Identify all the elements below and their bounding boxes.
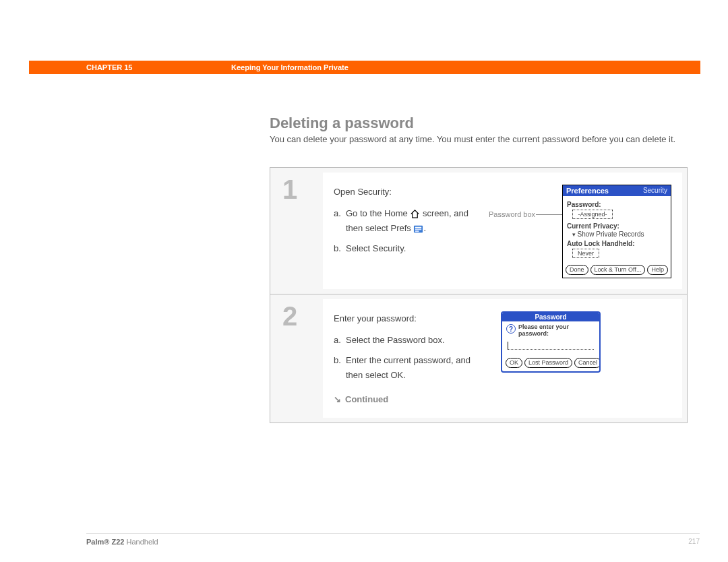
palm-title-right: Security [643,187,667,195]
substep-label: a. [334,333,346,348]
dialog-title: Password [502,313,599,321]
svg-rect-1 [415,227,421,228]
svg-rect-3 [415,231,419,232]
svg-rect-2 [415,229,421,230]
substep-label: b. [334,241,346,256]
substep-text: Go to the Home screen, and then select P… [346,206,482,236]
step-number: 1 [270,168,323,294]
continued-indicator: Continued [334,392,482,407]
lost-password-button[interactable]: Lost Password [524,358,572,368]
step-lead: Open Security: [334,185,482,199]
info-icon: ? [506,324,516,334]
password-label: Password: [567,201,667,208]
privacy-label: Current Privacy: [567,222,667,230]
page-number: 217 [688,538,700,546]
autolock-label: Auto Lock Handheld: [567,240,667,247]
password-box[interactable]: -Assigned- [572,210,613,219]
callout-label: Password box [489,210,535,218]
step-number: 2 [270,294,323,423]
palm-preferences-window: Preferences Security Password: -Assigned… [562,185,671,278]
done-button[interactable]: Done [566,265,588,275]
privacy-dropdown[interactable]: Show Private Records [572,230,667,238]
page-footer: Palm® Z22 Handheld 217 [86,533,700,546]
substep-a: a. Go to the Home screen, and then selec… [334,206,482,236]
section-intro: You can delete your password at any time… [270,133,688,146]
step-lead: Enter your password: [334,311,482,326]
substep-a: a. Select the Password box. [334,333,482,348]
substep-b: b. Select Security. [334,241,482,256]
lock-turnoff-button[interactable]: Lock & Turn Off... [590,265,646,275]
callout-line [536,214,566,215]
home-icon [410,209,420,219]
dialog-message: Please enter your password: [518,324,595,338]
palm-password-dialog: Password ? Please enter your password: O… [501,311,601,373]
substep-label: b. [334,353,346,383]
section-heading: Deleting a password [270,115,414,132]
help-button[interactable]: Help [647,265,668,275]
product-name: Palm® Z22 Handheld [86,538,158,546]
password-input[interactable] [508,343,594,350]
palm-title-left: Preferences [566,187,609,195]
chapter-label: CHAPTER 15 [86,63,132,71]
substep-label: a. [334,206,346,236]
substep-text: Enter the current password, and then sel… [346,353,482,383]
substep-b: b. Enter the current password, and then … [334,353,482,383]
ok-button[interactable]: OK [506,358,522,368]
palm-titlebar: Preferences Security [563,185,671,196]
steps-container: 1 Open Security: a. Go to the Home scree… [270,167,688,423]
substep-text: Select the Password box. [346,333,482,348]
step-1: 1 Open Security: a. Go to the Home scree… [270,168,687,294]
cancel-button[interactable]: Cancel [574,358,601,368]
substep-text: Select Security. [346,241,482,256]
step-2: 2 Enter your password: a. Select the Pas… [270,294,687,423]
prefs-icon [413,224,423,234]
autolock-box[interactable]: Never [572,249,599,258]
chapter-title: Keeping Your Information Private [231,63,348,71]
chapter-header: CHAPTER 15 Keeping Your Information Priv… [29,61,700,74]
